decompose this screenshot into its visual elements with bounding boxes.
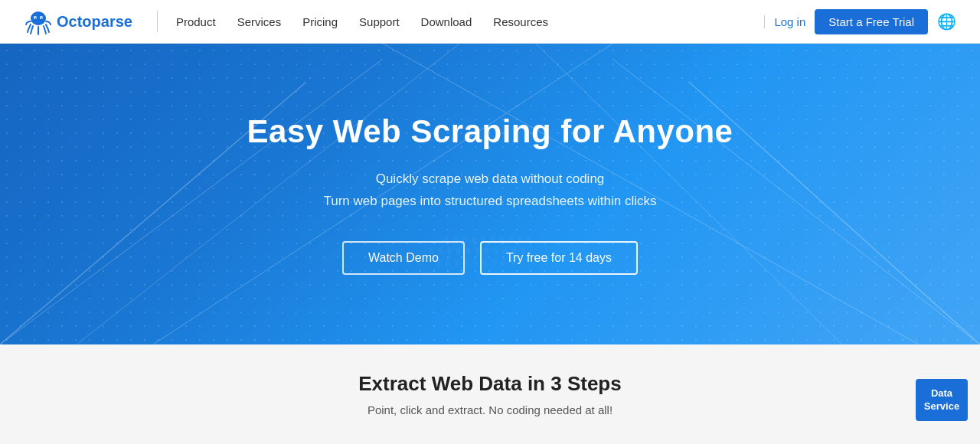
bottom-section: Extract Web Data in 3 Steps Point, click… — [0, 344, 980, 444]
nav-links: Product Services Pricing Support Downloa… — [176, 12, 764, 31]
hero-subtitle: Quickly scrape web data without coding T… — [247, 168, 733, 213]
hero-subtitle-line2: Turn web pages into structured spreadshe… — [324, 194, 657, 208]
hero-subtitle-line1: Quickly scrape web data without coding — [376, 171, 605, 186]
bottom-heading: Extract Web Data in 3 Steps — [358, 372, 621, 396]
globe-icon[interactable]: 🌐 — [937, 12, 956, 31]
login-link[interactable]: Log in — [764, 15, 805, 28]
nav-download[interactable]: Download — [421, 12, 472, 31]
start-trial-button[interactable]: Start a Free Trial — [815, 9, 928, 34]
nav-pricing[interactable]: Pricing — [302, 12, 338, 31]
bottom-subtext: Point, click and extract. No coding need… — [368, 403, 612, 416]
hero-section: 8 8 8 8 8 8 8 8 8 8 8 8 8 8 8 8 8 8 8 8 … — [0, 44, 980, 344]
nav-product[interactable]: Product — [176, 12, 216, 31]
navbar: Octoparse Product Services Pricing Suppo… — [0, 0, 980, 44]
hero-content: Easy Web Scraping for Anyone Quickly scr… — [247, 113, 733, 276]
brand-name[interactable]: Octoparse — [57, 13, 132, 31]
data-service-button[interactable]: DataService — [916, 379, 968, 421]
svg-point-3 — [35, 18, 37, 19]
try-free-button[interactable]: Try free for 14 days — [480, 241, 638, 275]
watch-demo-button[interactable]: Watch Demo — [342, 241, 465, 275]
svg-point-0 — [31, 11, 46, 25]
nav-divider — [157, 11, 158, 32]
logo-area[interactable]: Octoparse — [24, 8, 132, 35]
nav-services[interactable]: Services — [237, 12, 282, 31]
logo-icon — [24, 8, 52, 35]
nav-resources[interactable]: Resources — [493, 12, 548, 31]
hero-heading: Easy Web Scraping for Anyone — [247, 113, 733, 150]
nav-support[interactable]: Support — [359, 12, 400, 31]
hero-btn-group: Watch Demo Try free for 14 days — [247, 241, 733, 275]
svg-point-4 — [41, 18, 43, 19]
nav-actions: Log in Start a Free Trial 🌐 — [764, 9, 956, 34]
